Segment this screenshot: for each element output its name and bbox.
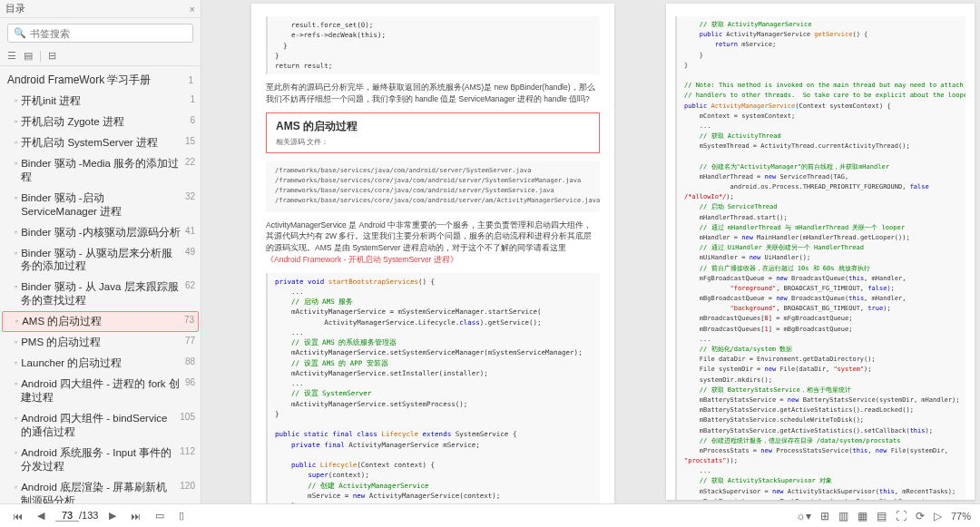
divider: [40, 51, 41, 62]
bookmark-icon: ▫: [15, 483, 17, 493]
tree-item-page: 73: [184, 315, 194, 325]
tree-item-page: 41: [185, 226, 195, 236]
root-label: Android FrameWork 学习手册: [7, 73, 151, 88]
tree-item-label: Binder 驱动 - 从驱动层来分析服务的添加过程: [21, 247, 181, 274]
tree-item-label: AMS 的启动过程: [22, 315, 102, 328]
content-area: result.force_set(0); e->refs->decWeak(th…: [201, 0, 980, 503]
bookmark-icon: ▫: [15, 317, 18, 327]
tree-item-label: Android 四大组件 - 进程的 fork 创建过程: [21, 377, 181, 405]
bookmark-icon: ▫: [15, 282, 17, 293]
bookmark-icon: ▫: [15, 117, 17, 128]
tree-item-label: Binder 驱动 -内核驱动层源码分析: [21, 226, 180, 239]
tree-item[interactable]: ▫PMS 的启动过程77: [0, 332, 201, 353]
code-block: // 获取 ActivityManagerService public Acti…: [675, 16, 965, 500]
bookmark-icon: ▫: [15, 159, 17, 170]
search-icon: 🔍: [14, 27, 26, 39]
tree-item-page: 15: [185, 136, 195, 146]
tree-item-page: 1: [190, 94, 195, 104]
collapse-icon[interactable]: ▤: [24, 50, 33, 62]
tree-item[interactable]: ▫开机启动 SystemServer 进程15: [0, 132, 201, 153]
tree-item-page: 62: [185, 280, 195, 290]
tree-item[interactable]: ▫开机init 进程1: [0, 91, 201, 112]
tree-item-page: 32: [185, 191, 195, 201]
tree-item[interactable]: ▫Binder 驱动 -内核驱动层源码分析41: [0, 222, 201, 243]
bookmark-icon: ▫: [15, 249, 17, 259]
file-list: /frameworks/base/services/java/com/andro…: [266, 161, 600, 212]
search-input[interactable]: [30, 28, 187, 39]
bookmark-icon: ▫: [15, 358, 17, 369]
tree-item[interactable]: ▫开机启动 Zygote 进程6: [0, 112, 201, 132]
page-left: result.force_set(0); e->refs->decWeak(th…: [251, 4, 614, 503]
tree-item-page: 112: [180, 446, 195, 456]
bookmark-icon: ▫: [15, 138, 17, 149]
code-block: result.force_set(0); e->refs->decWeak(th…: [266, 16, 600, 74]
tree-item[interactable]: ▫Binder 驱动 - 从驱动层来分析服务的添加过程49: [0, 243, 201, 278]
tree-item[interactable]: ▫Binder 驱动 -启动 ServiceManager 进程32: [0, 188, 201, 222]
tree-item-page: 96: [185, 377, 195, 387]
bookmark-icon: ▫: [15, 448, 17, 459]
section-heading-box: AMS 的启动过程 相关源码 文件：: [266, 112, 600, 153]
bookmark-icon: ▫: [15, 96, 17, 107]
tree-item[interactable]: ▫Launcher 的启动过程88: [0, 353, 201, 374]
tree-item-label: Android 系统服务 - Input 事件的分发过程: [21, 446, 176, 473]
sidebar: 目录 × 🔍 ☰ ▤ ⊟ Android FrameWork 学习手册 1 ▫开…: [0, 0, 201, 503]
search-box[interactable]: 🔍: [7, 24, 193, 43]
panel-title: 目录: [5, 2, 25, 15]
doc-link[interactable]: 《Android Framework - 开机启动 SystemServer 进…: [266, 255, 458, 264]
tree-item-page: 88: [185, 356, 195, 366]
tree-item[interactable]: ▫Binder 驱动 -Media 服务的添加过程22: [0, 153, 201, 188]
tree-item-page: 77: [185, 336, 195, 346]
tree-item[interactable]: ▫Android 四大组件 - bindService 的通信过程105: [0, 408, 201, 443]
tree-root[interactable]: Android FrameWork 学习手册 1: [0, 70, 201, 91]
bookmark-icon: ▫: [15, 193, 17, 204]
tree-item[interactable]: ▫Android 系统服务 - Input 事件的分发过程112: [0, 443, 201, 477]
tree-item-label: Android 四大组件 - bindService 的通信过程: [21, 412, 176, 439]
section-subtitle: 相关源码 文件：: [276, 137, 590, 147]
tree-item-label: 开机启动 SystemServer 进程: [21, 136, 158, 150]
bookmark-icon: ▫: [15, 379, 17, 390]
tree-item-page: 22: [185, 157, 195, 167]
tree-item-label: Launcher 的启动过程: [21, 356, 122, 370]
bookmark-icon: ▫: [15, 228, 17, 239]
bookmark-icon: ▫: [15, 414, 17, 425]
section-title: AMS 的启动过程: [276, 119, 590, 134]
sidebar-header: 目录 ×: [0, 0, 201, 18]
code-block: private void startBootstrapServices() { …: [266, 273, 600, 504]
tree-item-page: 6: [190, 115, 195, 125]
tree-item-label: 开机init 进程: [21, 94, 81, 108]
tree-item[interactable]: ▫Android 底层渲染 - 屏幕刷新机制源码分析120: [0, 477, 201, 503]
root-page: 1: [188, 75, 193, 85]
fold-icon[interactable]: ⊟: [48, 50, 56, 62]
tree-item[interactable]: ▫Binder 驱动 - 从 Java 层来跟踪服务的查找过程62: [0, 277, 201, 311]
tree-item-label: Binder 驱动 -启动 ServiceManager 进程: [21, 191, 181, 219]
tree-item-page: 120: [180, 481, 195, 491]
tree-item-label: Binder 驱动 -Media 服务的添加过程: [21, 157, 181, 184]
paragraph: ActivityManagerService 是 Android 中非常重要的一…: [266, 220, 600, 266]
tree-item-page: 105: [180, 412, 195, 422]
tree-item-label: 开机启动 Zygote 进程: [21, 115, 124, 129]
tree-item-page: 49: [185, 247, 195, 257]
expand-icon[interactable]: ☰: [7, 50, 16, 62]
tree-item-label: Android 底层渲染 - 屏幕刷新机制源码分析: [21, 481, 176, 503]
paragraph: 至此所有的源码已分析完毕，最终获取返回的系统服务(AMS)是 new BpBin…: [266, 82, 600, 105]
tree-item-label: Binder 驱动 - 从 Java 层来跟踪服务的查找过程: [21, 280, 181, 307]
outline-tree[interactable]: Android FrameWork 学习手册 1 ▫开机init 进程1▫开机启…: [0, 66, 201, 503]
page-right: // 获取 ActivityManagerService public Acti…: [666, 4, 975, 500]
tree-item-label: PMS 的启动过程: [21, 336, 101, 349]
bookmark-icon: ▫: [15, 337, 17, 348]
tree-item[interactable]: ▫AMS 的启动过程73: [2, 311, 199, 332]
close-icon[interactable]: ×: [190, 4, 195, 15]
tree-item[interactable]: ▫Android 四大组件 - 进程的 fork 创建过程96: [0, 374, 201, 408]
sidebar-toolbar: ☰ ▤ ⊟: [0, 48, 201, 66]
page-viewport[interactable]: result.force_set(0); e->refs->decWeak(th…: [201, 0, 664, 503]
